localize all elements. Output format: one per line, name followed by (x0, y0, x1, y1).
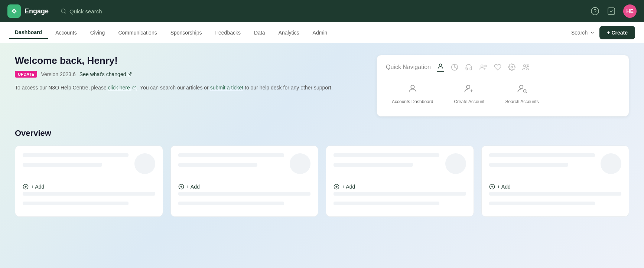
skeleton-line (23, 153, 129, 157)
qn-title: Quick Navigation (386, 64, 431, 71)
skeleton-line (178, 202, 284, 205)
add-button-1[interactable]: + Add (23, 184, 155, 190)
tasks-button[interactable] (607, 7, 616, 16)
skeleton-line (334, 192, 466, 196)
qn-item-accounts-dashboard[interactable]: Accounts Dashboard (386, 79, 439, 109)
card-skeleton-circle-4 (601, 153, 621, 174)
add-button-4[interactable]: + Add (489, 184, 622, 190)
topbar-right: HE (591, 4, 637, 18)
nav-item-data[interactable]: Data (248, 27, 271, 39)
svg-point-7 (481, 65, 483, 67)
search-placeholder: Quick search (69, 8, 102, 14)
submit-ticket-link[interactable]: submit a ticket (210, 85, 243, 91)
plus-circle-icon (489, 184, 495, 190)
qn-search-accounts-label: Search Accounts (505, 99, 539, 104)
overview-card-4: + Add (481, 146, 630, 217)
search-dropdown[interactable]: Search (571, 30, 595, 36)
qn-icon-person[interactable] (437, 63, 444, 72)
svg-point-1 (591, 7, 599, 15)
qn-accounts-dashboard-label: Accounts Dashboard (392, 99, 433, 104)
plus-circle-icon (334, 184, 339, 190)
qn-icon-heart[interactable] (494, 63, 501, 71)
version-text: Version 2023.6 (41, 71, 75, 77)
app-title: Engage (25, 7, 49, 15)
svg-line-4 (129, 73, 131, 75)
skeleton-line (23, 163, 102, 167)
svg-point-9 (511, 66, 513, 68)
svg-point-16 (523, 89, 526, 92)
nav-item-admin[interactable]: Admin (307, 27, 334, 39)
qn-icon-people[interactable] (522, 63, 530, 71)
skeleton-line (178, 192, 311, 196)
welcome-left: Welcome back, Henry! UPDATE Version 2023… (15, 55, 368, 117)
skeleton-line (178, 163, 258, 167)
svg-point-8 (485, 65, 487, 67)
click-here-link[interactable]: click here (108, 85, 137, 91)
add-button-3[interactable]: + Add (334, 184, 466, 190)
update-row: UPDATE Version 2023.6 See what's changed (15, 71, 368, 78)
card-skeleton-circle-1 (134, 153, 155, 174)
qn-items: Accounts Dashboard Create Account Search… (386, 79, 620, 109)
create-button[interactable]: + Create (599, 26, 635, 39)
chevron-down-icon (590, 30, 595, 35)
logo-icon (7, 4, 21, 18)
external-link-icon (127, 72, 132, 76)
qn-create-account-icon (464, 84, 474, 96)
nav-item-feedbacks[interactable]: Feedbacks (209, 27, 247, 39)
skeleton-line (23, 202, 129, 205)
external-link-icon-2 (132, 86, 136, 89)
qn-create-account-label: Create Account (454, 99, 484, 104)
card-skeleton-circle-3 (445, 153, 466, 174)
svg-line-5 (134, 86, 136, 88)
plus-circle-icon (23, 184, 29, 190)
nav-item-communications[interactable]: Communications (112, 27, 163, 39)
qn-item-search-accounts[interactable]: Search Accounts (499, 79, 544, 109)
qn-accounts-dashboard-icon (407, 84, 418, 96)
nav-item-analytics[interactable]: Analytics (273, 27, 305, 39)
skeleton-line (334, 153, 439, 157)
skeleton-line (489, 192, 622, 196)
content-area: Welcome back, Henry! UPDATE Version 2023… (0, 43, 644, 268)
skeleton-line (489, 163, 569, 167)
card-skeleton-circle-2 (290, 153, 310, 174)
welcome-section: Welcome back, Henry! UPDATE Version 2023… (15, 55, 629, 117)
overview-card-2: + Add (170, 146, 319, 217)
skeleton-line (334, 163, 413, 167)
qn-item-create-account[interactable]: Create Account (448, 79, 490, 109)
skeleton-line (334, 202, 439, 205)
overview-title: Overview (15, 128, 629, 138)
avatar[interactable]: HE (623, 4, 637, 18)
help-button[interactable] (591, 7, 599, 16)
skeleton-line (489, 202, 595, 205)
add-button-2[interactable]: + Add (178, 184, 311, 190)
nav-item-sponsorships[interactable]: Sponsorships (165, 27, 208, 39)
qn-icon-gear[interactable] (508, 63, 515, 71)
search-icon (61, 8, 66, 14)
svg-point-13 (411, 85, 414, 89)
topbar: Engage Quick search HE (0, 0, 644, 22)
overview-card-3: + Add (326, 146, 474, 217)
qn-icons (437, 63, 530, 72)
nav-item-dashboard[interactable]: Dashboard (9, 26, 48, 39)
svg-point-6 (439, 64, 442, 66)
see-changes-link[interactable]: See what's changed (79, 71, 132, 77)
overview-cards: + Add + Add (15, 146, 629, 217)
qn-icon-group[interactable] (479, 63, 487, 71)
qn-header: Quick Navigation (386, 63, 620, 72)
svg-point-15 (520, 85, 523, 89)
skeleton-line (178, 153, 284, 157)
quick-search-bar[interactable]: Quick search (61, 8, 102, 14)
welcome-title: Welcome back, Henry! (15, 55, 368, 66)
welcome-description: To access our N3O Help Centre, please cl… (15, 84, 368, 92)
logo-wrap: Engage (7, 4, 49, 18)
plus-circle-icon (178, 184, 184, 190)
qn-icon-headset[interactable] (465, 63, 472, 71)
navbar-right: Search + Create (571, 26, 635, 39)
nav-item-accounts[interactable]: Accounts (49, 27, 83, 39)
qn-icon-pie-chart[interactable] (451, 63, 458, 71)
skeleton-line (489, 153, 595, 157)
skeleton-line (23, 192, 155, 196)
qn-search-accounts-icon (517, 84, 527, 96)
nav-item-giving[interactable]: Giving (84, 27, 111, 39)
quick-navigation-panel: Quick Navigation (377, 55, 629, 117)
